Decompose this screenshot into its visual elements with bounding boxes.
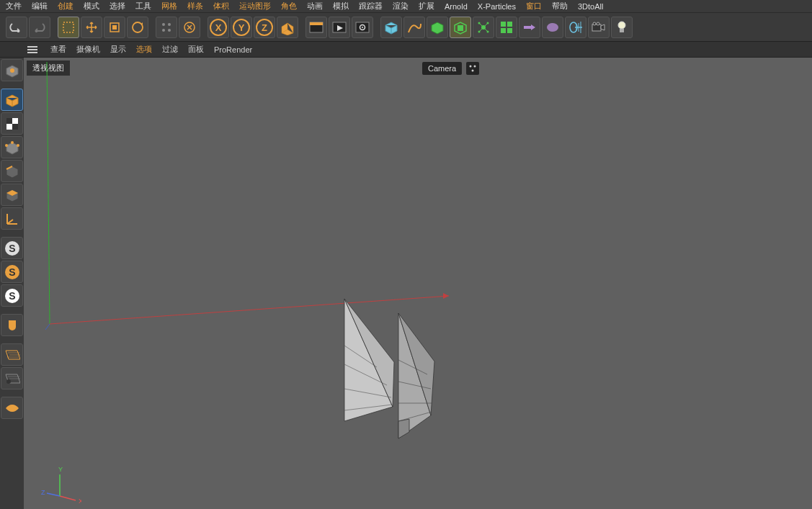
axis-z-label: Z <box>41 489 45 496</box>
snap-s3[interactable]: S <box>1 284 23 307</box>
menu-edit[interactable]: 编辑 <box>32 1 48 12</box>
volume[interactable] <box>542 17 563 38</box>
menu-mograph[interactable]: 运动图形 <box>239 1 271 12</box>
deformer[interactable] <box>450 17 471 38</box>
redo-button[interactable] <box>29 17 50 38</box>
workplane-2[interactable] <box>1 367 23 389</box>
perspective-viewport[interactable]: 透视视图 Camera <box>24 58 812 509</box>
menu-mesh[interactable]: 网格 <box>161 1 177 12</box>
render-pv[interactable] <box>329 17 350 38</box>
viewport-solo[interactable] <box>1 397 23 419</box>
cloner[interactable] <box>496 17 517 38</box>
axis-z[interactable]: Z <box>254 17 275 38</box>
menu-extensions[interactable]: 扩展 <box>419 1 434 12</box>
svg-line-30 <box>483 27 488 32</box>
edge-mode[interactable] <box>1 160 23 182</box>
menu-render[interactable]: 渲染 <box>393 1 409 12</box>
menu-animation[interactable]: 动画 <box>307 1 323 12</box>
axis-mode[interactable] <box>1 207 23 230</box>
vp-display[interactable]: 显示 <box>110 44 126 55</box>
menu-create[interactable]: 创建 <box>58 1 73 12</box>
svg-point-7 <box>168 29 171 32</box>
svg-rect-46 <box>620 29 624 32</box>
svg-point-47 <box>10 68 14 73</box>
menu-help[interactable]: 帮助 <box>552 1 568 12</box>
viewport-menu-icon[interactable] <box>27 46 37 53</box>
menu-volume[interactable]: 体积 <box>213 1 229 12</box>
menu-window[interactable]: 窗口 <box>526 1 542 12</box>
render-settings[interactable] <box>352 17 373 38</box>
light-obj[interactable] <box>611 17 633 38</box>
vp-view[interactable]: 查看 <box>50 44 66 55</box>
menu-character[interactable]: 角色 <box>281 1 297 12</box>
menu-tools[interactable]: 工具 <box>135 1 151 12</box>
coord-system[interactable] <box>277 17 298 38</box>
svg-text:X: X <box>215 22 222 33</box>
workplane-1[interactable] <box>1 343 23 366</box>
field[interactable] <box>473 17 494 38</box>
model-mode[interactable] <box>1 89 23 111</box>
svg-rect-34 <box>507 28 512 33</box>
select-tool[interactable] <box>58 17 79 38</box>
rotate-tool[interactable] <box>127 17 148 38</box>
scale-tool[interactable] <box>104 17 125 38</box>
menu-simulation[interactable]: 模拟 <box>333 1 349 12</box>
axis-gizmo[interactable]: X Y Z <box>38 464 81 508</box>
svg-point-5 <box>168 23 171 26</box>
render-view[interactable] <box>305 17 327 38</box>
vp-camera[interactable]: 摄像机 <box>76 44 100 55</box>
camera-tool[interactable] <box>565 17 586 38</box>
camera-obj[interactable] <box>588 17 610 38</box>
svg-rect-50 <box>12 124 18 130</box>
generator[interactable] <box>427 17 448 38</box>
main-menu-bar: 文件 编辑 创建 模式 选择 工具 网格 样条 体积 运动图形 角色 动画 模拟… <box>0 0 812 13</box>
svg-rect-0 <box>63 22 73 32</box>
menu-tracker[interactable]: 跟踪器 <box>359 1 383 12</box>
point-mode[interactable] <box>1 136 23 158</box>
svg-point-20 <box>362 27 363 28</box>
cube-primitive[interactable] <box>380 17 402 38</box>
axis-x[interactable]: X <box>208 17 229 38</box>
menu-3dtoall[interactable]: 3DtoAll <box>578 2 603 11</box>
axis-lock[interactable] <box>179 17 200 38</box>
make-editable[interactable] <box>1 59 23 81</box>
recent-tool[interactable] <box>156 17 177 38</box>
move-tool[interactable] <box>81 17 102 38</box>
texture-mode[interactable] <box>1 112 23 135</box>
vp-panel[interactable]: 面板 <box>188 44 204 55</box>
svg-line-85 <box>60 496 76 500</box>
scene-canvas <box>24 58 812 509</box>
svg-point-45 <box>618 22 625 29</box>
svg-rect-31 <box>501 22 506 27</box>
tag[interactable] <box>519 17 540 38</box>
svg-rect-35 <box>524 26 531 29</box>
polygon-mode[interactable] <box>1 184 23 206</box>
svg-rect-33 <box>501 28 506 33</box>
svg-point-44 <box>597 22 599 25</box>
svg-point-52 <box>11 141 14 144</box>
spline-primitive[interactable] <box>403 17 425 38</box>
magnet-snap[interactable] <box>1 314 23 336</box>
svg-text:Y: Y <box>238 22 245 33</box>
menu-mode[interactable]: 模式 <box>84 1 99 12</box>
menu-spline[interactable]: 样条 <box>187 1 203 12</box>
snap-s2[interactable]: S <box>1 261 23 283</box>
svg-rect-49 <box>6 118 12 124</box>
snap-s1[interactable]: S <box>1 237 23 259</box>
undo-button[interactable] <box>6 17 27 38</box>
menu-arnold[interactable]: Arnold <box>445 2 468 11</box>
menu-select[interactable]: 选择 <box>110 1 125 12</box>
menu-file[interactable]: 文件 <box>6 1 22 12</box>
vp-options[interactable]: 选项 <box>136 44 152 55</box>
svg-rect-16 <box>310 22 323 25</box>
vp-prorender[interactable]: ProRender <box>214 45 252 54</box>
svg-text:S: S <box>9 290 15 302</box>
mode-sidebar: S S S <box>0 58 24 509</box>
axis-y[interactable]: Y <box>231 17 252 38</box>
svg-line-87 <box>47 493 60 496</box>
svg-line-27 <box>479 23 483 27</box>
vp-filter[interactable]: 过滤 <box>162 44 178 55</box>
menu-xparticles[interactable]: X-Particles <box>478 2 516 11</box>
axis-x-label: X <box>79 497 81 505</box>
svg-point-4 <box>162 23 165 26</box>
